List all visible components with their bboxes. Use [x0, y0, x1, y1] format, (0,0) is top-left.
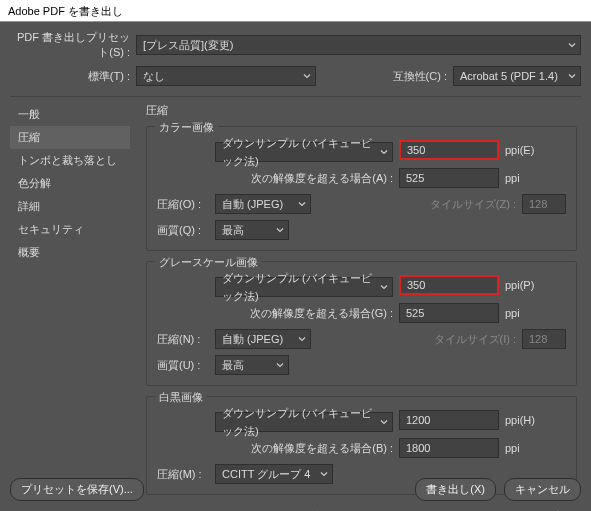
mono-downsample-select[interactable]: ダウンサンプル (バイキュービック法) — [215, 412, 393, 432]
standard-value: なし — [143, 67, 165, 85]
category-セキュリティ[interactable]: セキュリティ — [10, 218, 130, 241]
chevron-down-icon — [276, 228, 284, 233]
color-ppi-input[interactable]: 350 — [399, 140, 499, 160]
section-heading: 圧縮 — [146, 103, 577, 118]
gray-quality-label: 画質(U) : — [157, 358, 215, 373]
compat-label: 互換性(C) : — [393, 69, 453, 84]
chevron-down-icon — [320, 472, 328, 477]
standard-select[interactable]: なし — [136, 66, 316, 86]
mono-threshold-label: 次の解像度を超える場合(B) : — [157, 441, 399, 456]
mono-ppi-unit: ppi(H) — [505, 414, 549, 426]
color-downsample-select[interactable]: ダウンサンプル (バイキュービック法) — [215, 142, 393, 162]
color-quality-label: 画質(Q) : — [157, 223, 215, 238]
color-downsample-value: ダウンサンプル (バイキュービック法) — [222, 134, 374, 170]
gray-tile-input: 128 — [522, 329, 566, 349]
color-quality-select[interactable]: 最高 — [215, 220, 289, 240]
chevron-down-icon — [298, 337, 306, 342]
standard-label: 標準(T) : — [10, 69, 136, 84]
chevron-down-icon — [568, 74, 576, 79]
gray-quality-select[interactable]: 最高 — [215, 355, 289, 375]
chevron-down-icon — [380, 420, 388, 425]
gray-threshold-unit: ppi — [505, 307, 549, 319]
gray-tile-label: タイルサイズ(I) : — [434, 332, 517, 347]
chevron-down-icon — [568, 43, 576, 48]
gray-threshold-input[interactable]: 525 — [399, 303, 499, 323]
gray-ppi-input[interactable]: 350 — [399, 275, 499, 295]
color-tile-label: タイルサイズ(Z) : — [430, 197, 516, 212]
chevron-down-icon — [298, 202, 306, 207]
color-tile-input: 128 — [522, 194, 566, 214]
category-圧縮[interactable]: 圧縮 — [10, 126, 130, 149]
category-詳細[interactable]: 詳細 — [10, 195, 130, 218]
mono-threshold-input[interactable]: 1800 — [399, 438, 499, 458]
color-comp-label: 圧縮(O) : — [157, 197, 215, 212]
preset-label: PDF 書き出しプリセット(S) : — [10, 30, 136, 60]
gray-threshold-label: 次の解像度を超える場合(G) : — [157, 306, 399, 321]
color-threshold-input[interactable]: 525 — [399, 168, 499, 188]
chevron-down-icon — [276, 363, 284, 368]
compat-select[interactable]: Acrobat 5 (PDF 1.4) — [453, 66, 581, 86]
gray-ppi-unit: ppi(P) — [505, 279, 549, 291]
mono-legend: 白黒画像 — [155, 390, 207, 405]
color-ppi-unit: ppi(E) — [505, 144, 549, 156]
compat-value: Acrobat 5 (PDF 1.4) — [460, 67, 558, 85]
gray-group: グレースケール画像 ダウンサンプル (バイキュービック法) 350 ppi(P)… — [146, 261, 577, 386]
gray-legend: グレースケール画像 — [155, 255, 262, 270]
chevron-down-icon — [380, 285, 388, 290]
category-list: 一般圧縮トンボと裁ち落とし色分解詳細セキュリティ概要 — [10, 103, 130, 511]
mono-threshold-unit: ppi — [505, 442, 549, 454]
color-comp-select[interactable]: 自動 (JPEG) — [215, 194, 311, 214]
category-色分解[interactable]: 色分解 — [10, 172, 130, 195]
color-threshold-label: 次の解像度を超える場合(A) : — [157, 171, 399, 186]
chevron-down-icon — [380, 150, 388, 155]
color-threshold-unit: ppi — [505, 172, 549, 184]
chevron-down-icon — [303, 74, 311, 79]
mono-ppi-input[interactable]: 1200 — [399, 410, 499, 430]
category-一般[interactable]: 一般 — [10, 103, 130, 126]
color-group: カラー画像 ダウンサンプル (バイキュービック法) 350 ppi(E) 次の解… — [146, 126, 577, 251]
window-title: Adobe PDF を書き出し — [0, 0, 591, 22]
preset-value: [プレス品質](変更) — [143, 36, 233, 54]
cancel-button[interactable]: キャンセル — [504, 478, 581, 501]
category-概要[interactable]: 概要 — [10, 241, 130, 264]
save-preset-button[interactable]: プリセットを保存(V)... — [10, 478, 144, 501]
preset-select[interactable]: [プレス品質](変更) — [136, 35, 581, 55]
color-legend: カラー画像 — [155, 120, 218, 135]
gray-downsample-select[interactable]: ダウンサンプル (バイキュービック法) — [215, 277, 393, 297]
category-トンボと裁ち落とし[interactable]: トンボと裁ち落とし — [10, 149, 130, 172]
export-button[interactable]: 書き出し(X) — [415, 478, 496, 501]
gray-comp-select[interactable]: 自動 (JPEG) — [215, 329, 311, 349]
gray-comp-label: 圧縮(N) : — [157, 332, 215, 347]
